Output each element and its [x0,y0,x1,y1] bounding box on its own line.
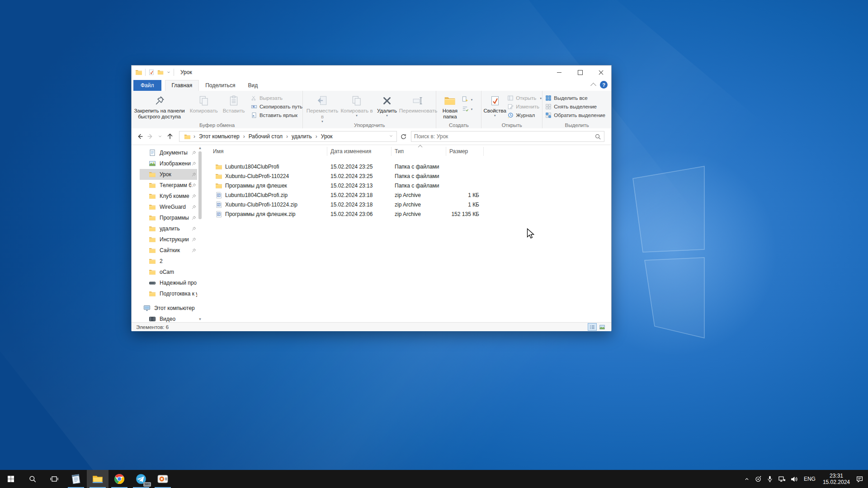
properties-button[interactable]: Свойства ▼ [482,92,507,117]
action-center-button[interactable] [854,470,868,488]
easy-access-button[interactable] [462,104,473,113]
column-divider[interactable] [483,147,484,156]
sidebar-item-programs[interactable]: Программы [140,212,197,223]
column-header-size[interactable]: Размер [449,148,468,155]
delete-button[interactable]: Удалить ▼ [373,92,401,117]
close-button[interactable] [590,66,611,79]
scroll-down-icon[interactable]: ▼ [198,317,202,321]
sidebar-item-udalit[interactable]: удалить [140,223,197,234]
sidebar-item-instructions[interactable]: Инструкции [140,234,197,245]
taskbar-chrome-button[interactable] [108,470,130,488]
thumbnails-view-button[interactable] [598,323,607,331]
new-item-button[interactable] [462,95,473,103]
recent-locations-button[interactable] [155,131,165,141]
tray-volume-button[interactable] [788,470,800,488]
taskbar-notepad-button[interactable] [65,470,87,488]
open-button[interactable]: Открыть [507,94,542,102]
sidebar-item-video[interactable]: Видео [140,314,197,322]
status-bar: Элементов: 6 [132,322,611,331]
clock[interactable]: 23:31 15.02.2024 [819,470,854,488]
file-row[interactable]: Программы для флешек 15.02.2024 23:13 Па… [203,181,611,190]
sidebar-item-telegram[interactable]: Телеграмм б [140,180,197,191]
file-row[interactable]: Lubuntu1804ClubProfi.zip 15.02.2024 23:1… [203,190,611,200]
taskbar-search-button[interactable] [22,470,43,488]
breadcrumb-urok[interactable]: Урок [319,132,335,141]
breadcrumb-desktop[interactable]: Рабочий стол [247,132,284,141]
column-header-name[interactable]: Имя [213,148,223,155]
copy-to-button[interactable]: Копировать в ▼ [340,92,373,117]
invert-selection-button[interactable]: Обратить выделение [545,111,605,119]
sidebar-item-drive[interactable]: Надежный про [140,277,197,288]
tray-recorder-button[interactable] [752,470,764,488]
language-indicator[interactable]: ENG [800,470,819,488]
tab-share[interactable]: Поделиться [199,80,241,91]
sidebar-item-documents[interactable]: Документы [140,147,197,158]
sidebar-item-this-pc[interactable]: Этот компьютер [140,303,197,314]
sidebar-item-urok[interactable]: Урок [140,169,197,180]
select-all-button[interactable]: Выделить все [545,94,605,102]
tab-view[interactable]: Вид [241,80,264,91]
move-to-button[interactable]: Переместить в ▼ [305,92,340,123]
column-divider[interactable] [327,147,327,156]
paste-button[interactable]: Вставить [220,92,247,114]
column-divider[interactable] [391,147,392,156]
copy-path-button[interactable]: Скопировать путь [251,103,302,110]
search-icon[interactable] [594,133,604,140]
file-row[interactable]: Программы для флешек.zip 15.02.2024 23:0… [203,209,611,219]
sidebar-item-pictures[interactable]: Изображени [140,158,197,169]
rename-button[interactable]: Переименовать [401,92,436,114]
start-button[interactable] [0,470,22,488]
new-folder-button[interactable]: Новая папка [438,92,462,120]
copy-button[interactable]: Копировать [187,92,220,114]
sidebar-scrollbar[interactable]: ▲ ▼ [198,145,203,322]
back-button[interactable] [135,131,145,141]
address-box[interactable]: › Этот компьютер › Рабочий стол › удалит… [179,131,397,142]
microphone-icon [766,475,774,483]
file-row[interactable]: Lubuntu1804ClubProfi 15.02.2024 23:25 Па… [203,162,611,171]
sidebar-item-saitkik[interactable]: Сайткик [140,245,197,256]
taskbar-ocam-button[interactable] [152,470,174,488]
clear-selection-button[interactable]: Снять выделение [545,103,605,110]
scrollbar-thumb[interactable] [198,151,202,219]
sidebar-item-club[interactable]: Клуб комме [140,191,197,202]
maximize-button[interactable] [570,66,590,79]
file-row[interactable]: Xubuntu-ClubProfi-110224.zip 15.02.2024 … [203,200,611,209]
qat-new-folder-button[interactable] [157,69,164,75]
scroll-up-icon[interactable]: ▲ [198,146,202,150]
column-header-type[interactable]: Тип [395,148,404,155]
details-view-button[interactable] [588,323,597,331]
breadcrumb-udalit[interactable]: удалить [290,132,314,141]
edit-button[interactable]: Изменить [507,103,542,110]
sidebar-item-wireguard[interactable]: WireGuard [140,202,197,212]
tray-overflow-button[interactable] [741,470,752,488]
sidebar-item-podgotovka[interactable]: Подготоквка к у [140,288,197,299]
column-header-date[interactable]: Дата изменения [330,148,371,155]
file-row[interactable]: Xubuntu-ClubProfi-110224 15.02.2024 23:2… [203,171,611,181]
title-bar[interactable]: Урок [132,66,611,79]
sidebar-item-2[interactable]: 2 [140,256,197,267]
column-divider[interactable] [446,147,446,156]
help-icon[interactable] [600,81,608,89]
history-button[interactable]: Журнал [507,111,542,119]
refresh-button[interactable] [398,131,408,141]
tab-file[interactable]: Файл [133,80,161,91]
taskbar-explorer-button[interactable] [87,470,108,488]
address-dropdown-button[interactable] [388,133,396,140]
paste-shortcut-button[interactable]: Вставить ярлык [251,111,302,119]
up-button[interactable] [165,131,175,141]
tray-network-button[interactable] [776,470,788,488]
minimize-ribbon-icon[interactable] [590,83,596,89]
forward-button[interactable] [145,131,155,141]
pin-to-quick-access-button[interactable]: Закрепить на панели быстрого доступа [132,92,187,120]
minimize-button[interactable] [549,66,570,79]
taskbar-telegram-button[interactable]: 380 [130,470,152,488]
task-view-button[interactable] [43,470,65,488]
search-input[interactable] [411,133,594,140]
sidebar-item-ocam[interactable]: oCam [140,267,197,277]
breadcrumb-this-pc[interactable]: Этот компьютер [197,132,241,141]
tray-microphone-button[interactable] [764,470,776,488]
tab-home[interactable]: Главная [165,80,199,91]
cut-button[interactable]: Вырезать [251,94,302,102]
qat-properties-button[interactable] [148,69,155,75]
qat-customize-chevron[interactable] [166,70,171,75]
